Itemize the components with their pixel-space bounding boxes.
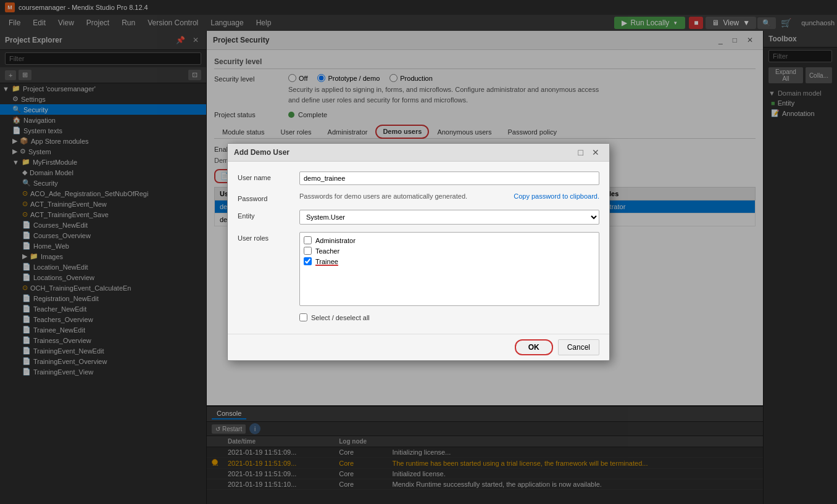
- password-label: Password: [238, 192, 299, 202]
- dialog-close-button[interactable]: ✕: [588, 147, 603, 157]
- user-roles-box: Administrator Teacher Trainee: [299, 232, 599, 306]
- password-note: Passwords for demo users are automatical…: [299, 192, 504, 200]
- password-area: Passwords for demo users are automatical…: [299, 192, 599, 200]
- copy-password-link[interactable]: Copy password to clipboard.: [514, 192, 599, 200]
- user-roles-row: User roles Administrator Teacher Trainee: [238, 232, 599, 306]
- select-deselect-label: Select / deselect all: [311, 314, 370, 321]
- add-demo-user-title: Add Demo User: [234, 148, 289, 157]
- dialog-maximize-button[interactable]: □: [575, 147, 587, 157]
- username-row: User name: [238, 171, 599, 185]
- add-demo-user-overlay: Add Demo User □ ✕ User name Password Pas…: [0, 0, 837, 504]
- username-label: User name: [238, 171, 299, 181]
- add-demo-user-dialog: Add Demo User □ ✕ User name Password Pas…: [227, 143, 610, 361]
- ok-button[interactable]: OK: [515, 339, 553, 355]
- select-deselect-all-checkbox[interactable]: [299, 313, 307, 321]
- select-deselect-row: Select / deselect all: [238, 313, 599, 321]
- role-trainee: Trainee: [304, 257, 595, 265]
- entity-label: Entity: [238, 210, 299, 220]
- add-demo-user-body: User name Password Passwords for demo us…: [228, 162, 609, 334]
- add-demo-user-title-bar: Add Demo User □ ✕: [228, 144, 609, 162]
- user-roles-label: User roles: [238, 232, 299, 242]
- role-administrator-checkbox[interactable]: [304, 236, 312, 244]
- role-administrator-label: Administrator: [315, 237, 356, 244]
- add-demo-user-footer: OK Cancel: [228, 334, 609, 360]
- cancel-button[interactable]: Cancel: [558, 339, 599, 355]
- role-teacher-checkbox[interactable]: [304, 247, 312, 255]
- username-input[interactable]: [299, 171, 599, 185]
- role-trainee-checkbox[interactable]: [304, 257, 312, 265]
- add-demo-user-controls: □ ✕: [575, 147, 603, 157]
- password-row: Password Passwords for demo users are au…: [238, 192, 599, 202]
- entity-row: Entity System.User: [238, 210, 599, 225]
- role-teacher: Teacher: [304, 247, 595, 255]
- role-teacher-label: Teacher: [315, 247, 339, 255]
- entity-select[interactable]: System.User: [299, 210, 599, 225]
- role-administrator: Administrator: [304, 236, 595, 244]
- role-trainee-label: Trainee: [315, 258, 338, 265]
